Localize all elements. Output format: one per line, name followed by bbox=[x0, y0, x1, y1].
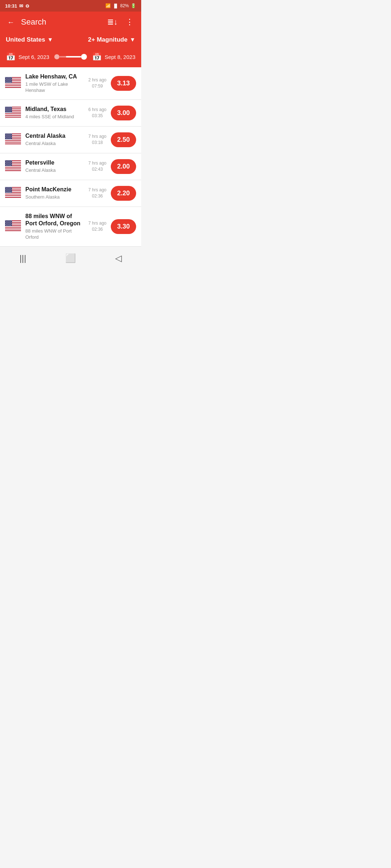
svg-point-102 bbox=[8, 135, 8, 135]
quake-info: Central AlaskaCentral Alaska bbox=[25, 132, 84, 147]
svg-point-24 bbox=[7, 79, 8, 80]
list-item[interactable]: Central AlaskaCentral Alaska7 hrs ago03:… bbox=[0, 127, 141, 153]
quake-time: 7 hrs ago02:36 bbox=[88, 187, 106, 199]
svg-point-236 bbox=[10, 223, 11, 224]
svg-rect-135 bbox=[5, 170, 21, 171]
svg-point-71 bbox=[9, 110, 10, 110]
svg-point-229 bbox=[7, 222, 8, 223]
svg-point-193 bbox=[8, 190, 8, 191]
list-item[interactable]: Point MacKenzieSouthern Alaska7 hrs ago0… bbox=[0, 180, 141, 207]
svg-point-63 bbox=[10, 108, 11, 109]
list-item[interactable]: 88 miles WNW of Port Orford, Oregon88 mi… bbox=[0, 207, 141, 246]
svg-rect-171 bbox=[5, 193, 21, 193]
svg-point-186 bbox=[10, 188, 11, 189]
svg-point-37 bbox=[6, 82, 7, 82]
home-nav-button[interactable]: ⬜ bbox=[58, 252, 83, 265]
svg-point-141 bbox=[11, 161, 12, 161]
slider-fill bbox=[66, 56, 81, 58]
svg-point-14 bbox=[5, 77, 6, 78]
svg-point-76 bbox=[9, 111, 10, 111]
svg-rect-132 bbox=[5, 168, 21, 169]
country-chevron-icon: ▼ bbox=[47, 37, 53, 43]
svg-point-148 bbox=[8, 162, 9, 163]
svg-point-183 bbox=[6, 188, 7, 189]
svg-point-139 bbox=[8, 161, 9, 161]
flag-icon bbox=[5, 220, 21, 233]
sort-button[interactable]: ≣↓ bbox=[106, 16, 119, 28]
svg-point-235 bbox=[9, 223, 10, 224]
svg-point-204 bbox=[10, 192, 11, 192]
svg-point-119 bbox=[6, 138, 7, 139]
bottom-nav: ||| ⬜ ◁ bbox=[0, 246, 141, 272]
quake-title: 88 miles WNW of Port Orford, Oregon bbox=[25, 213, 84, 228]
svg-point-199 bbox=[9, 191, 10, 192]
slider-track bbox=[59, 56, 81, 58]
svg-point-152 bbox=[8, 163, 8, 164]
svg-point-96 bbox=[5, 134, 6, 135]
svg-point-241 bbox=[11, 224, 12, 225]
svg-rect-51 bbox=[5, 115, 21, 116]
svg-point-158 bbox=[9, 164, 10, 165]
more-button[interactable]: ⋮ bbox=[124, 16, 135, 28]
svg-point-233 bbox=[6, 223, 7, 224]
flag-icon bbox=[5, 107, 21, 119]
svg-point-39 bbox=[9, 82, 10, 82]
quake-title: Midland, Texas bbox=[25, 106, 84, 113]
svg-point-234 bbox=[8, 223, 8, 224]
end-date[interactable]: 📅 Sept 8, 2023 bbox=[92, 52, 135, 61]
svg-point-55 bbox=[5, 107, 6, 108]
svg-rect-213 bbox=[5, 227, 21, 228]
magnitude-badge: 2.20 bbox=[111, 186, 136, 201]
battery-icon: 🔋 bbox=[131, 3, 136, 8]
svg-point-223 bbox=[11, 221, 12, 221]
signal-icon: ▐▌ bbox=[113, 4, 118, 8]
slider-right-handle[interactable] bbox=[81, 54, 87, 60]
start-date[interactable]: 📅 Sept 6, 2023 bbox=[6, 52, 49, 61]
magnitude-filter-dropdown[interactable]: 2+ Magnitude ▼ bbox=[88, 36, 135, 43]
list-item[interactable]: Midland, Texas4 miles SSE of Midland6 hr… bbox=[0, 100, 141, 127]
svg-point-120 bbox=[8, 138, 8, 139]
top-bar: ← Search ≣↓ ⋮ bbox=[0, 12, 141, 33]
list-item[interactable]: PetersvilleCentral Alaska7 hrs ago02:432… bbox=[0, 153, 141, 180]
svg-point-77 bbox=[11, 111, 12, 111]
svg-point-181 bbox=[9, 187, 10, 188]
svg-point-163 bbox=[10, 165, 11, 166]
svg-point-16 bbox=[8, 77, 9, 78]
svg-point-240 bbox=[9, 224, 10, 225]
magnitude-chevron-icon: ▼ bbox=[130, 37, 135, 43]
svg-point-101 bbox=[6, 135, 7, 135]
svg-point-190 bbox=[9, 189, 10, 190]
country-filter-dropdown[interactable]: United States ▼ bbox=[6, 36, 53, 43]
svg-point-70 bbox=[8, 110, 8, 110]
svg-point-179 bbox=[7, 187, 8, 188]
svg-point-15 bbox=[7, 77, 8, 78]
svg-point-118 bbox=[11, 137, 12, 138]
svg-point-99 bbox=[9, 134, 10, 135]
svg-point-230 bbox=[8, 222, 9, 223]
svg-point-137 bbox=[5, 161, 6, 161]
back-nav-button[interactable]: ◁ bbox=[108, 252, 129, 265]
magnitude-badge: 2.50 bbox=[111, 132, 136, 147]
date-range-slider[interactable] bbox=[54, 54, 87, 60]
svg-rect-52 bbox=[5, 116, 21, 116]
svg-rect-177 bbox=[5, 187, 12, 193]
recents-nav-button[interactable]: ||| bbox=[12, 252, 34, 265]
back-button[interactable]: ← bbox=[6, 17, 16, 28]
svg-point-30 bbox=[9, 80, 10, 81]
end-date-label: Sept 8, 2023 bbox=[105, 54, 135, 60]
svg-point-145 bbox=[10, 161, 11, 162]
quake-info: Midland, Texas4 miles SSE of Midland bbox=[25, 106, 84, 120]
slider-left-handle[interactable] bbox=[54, 54, 59, 59]
svg-point-103 bbox=[9, 135, 10, 135]
filter-row: United States ▼ 2+ Magnitude ▼ bbox=[0, 33, 141, 48]
svg-point-238 bbox=[7, 224, 8, 225]
svg-point-226 bbox=[9, 221, 10, 222]
svg-point-196 bbox=[5, 191, 6, 192]
svg-rect-217 bbox=[5, 230, 21, 231]
svg-point-160 bbox=[6, 165, 7, 166]
quake-time: 2 hrs ago07:59 bbox=[88, 77, 106, 89]
svg-rect-173 bbox=[5, 195, 21, 195]
svg-rect-50 bbox=[5, 114, 21, 115]
svg-rect-216 bbox=[5, 230, 21, 230]
list-item[interactable]: Lake Henshaw, CA1 mile WSW of Lake Hensh… bbox=[0, 67, 141, 100]
